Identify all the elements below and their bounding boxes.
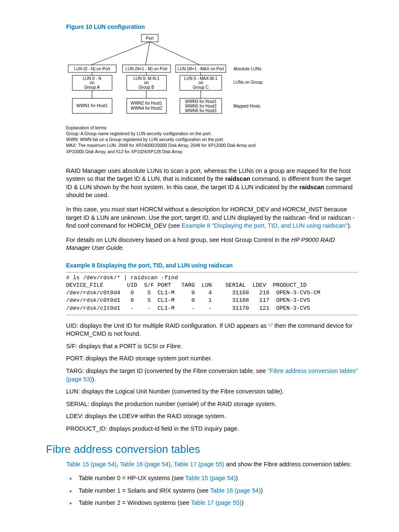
def-lun: LUN: displays the Logical Unit Number (c… bbox=[66, 388, 358, 396]
section-heading: Fibre address conversion tables bbox=[46, 442, 358, 457]
text: ) bbox=[261, 487, 263, 494]
text: . bbox=[123, 244, 124, 251]
svg-text:WWN6 for Host3: WWN6 for Host3 bbox=[185, 108, 216, 113]
paragraph: For details on LUN discovery based on a … bbox=[66, 236, 358, 252]
text: For details on LUN discovery based on a … bbox=[66, 236, 291, 243]
diagram-footnote: Explanation of terms: Group: A Group nam… bbox=[66, 125, 358, 154]
footnote-line: WWN: WWN list on a Group registered by L… bbox=[66, 137, 224, 142]
def-port: PORT: displays the RAID storage system p… bbox=[66, 355, 358, 363]
svg-text:on: on bbox=[90, 80, 94, 85]
list-item: Table number 2 = Windows systems (see Ta… bbox=[79, 499, 358, 507]
def-serial: SERIAL: displays the production number (… bbox=[66, 400, 358, 409]
table17-link[interactable]: Table 17 (page 55) bbox=[174, 461, 224, 468]
svg-text:LUNs on Group: LUNs on Group bbox=[233, 80, 263, 85]
text: ). bbox=[92, 376, 96, 383]
figure-caption: Figure 10 LUN configuration bbox=[66, 23, 358, 31]
text: Table number 0 = HP-UX systems (see bbox=[79, 475, 185, 481]
footnote-line: Group: A Group name registered by LUN se… bbox=[66, 131, 212, 136]
def-uid: UID: displays the Unit ID for multiple R… bbox=[66, 322, 358, 338]
svg-text:LUN (N+1 - M) on Port: LUN (N+1 - M) on Port bbox=[125, 67, 168, 71]
def-productid: PRODUCT_ID: displays product-id field in… bbox=[66, 425, 358, 433]
svg-text:WWN4 for Host2: WWN4 for Host2 bbox=[130, 106, 162, 111]
paragraph: In this case, you must start HORCM witho… bbox=[66, 206, 358, 230]
text: ). bbox=[348, 222, 351, 229]
bullet-list: Table number 0 = HP-UX systems (see Tabl… bbox=[66, 474, 358, 507]
lun-diagram: .bx { fill:#fff; stroke:#000; stroke-wid… bbox=[66, 33, 358, 121]
code-block: # ls /dev/rdsk/* | raidscan -find DEVICE… bbox=[66, 272, 358, 315]
example-caption: Example 8 Displaying the port, TID, and … bbox=[66, 262, 358, 270]
svg-text:LUN (M+1 - MAX on Port: LUN (M+1 - MAX on Port bbox=[177, 67, 224, 71]
text: and show the Fibre address conversion ta… bbox=[224, 461, 351, 468]
svg-text:on: on bbox=[144, 80, 148, 85]
svg-text:WWN3 for Host1: WWN3 for Host1 bbox=[185, 99, 216, 104]
svg-line-3 bbox=[146, 42, 150, 65]
footnote-line: XP10000 Disk Array, and 512 for XP1024/X… bbox=[66, 149, 183, 154]
svg-text:on: on bbox=[198, 80, 203, 85]
text: ) bbox=[241, 499, 243, 506]
svg-line-4 bbox=[150, 42, 200, 65]
svg-line-2 bbox=[91, 42, 150, 65]
table16-link[interactable]: Table 16 (page 54) bbox=[210, 487, 261, 494]
svg-text:Group C: Group C bbox=[193, 85, 209, 90]
svg-text:WWN2 for Host1: WWN2 for Host1 bbox=[130, 101, 162, 105]
svg-text:Port: Port bbox=[146, 36, 154, 41]
def-sf: S/F: displays that a PORT is SCSI or Fib… bbox=[66, 342, 358, 351]
text: Table number 2 = Windows systems (see bbox=[79, 499, 191, 506]
svg-text:Group A: Group A bbox=[84, 85, 100, 90]
text: TARG: displays the target ID (converted … bbox=[66, 368, 268, 374]
table15-link[interactable]: Table 15 (page 54) bbox=[66, 461, 117, 468]
bold-text: raidscan bbox=[225, 175, 250, 182]
text: ) bbox=[236, 475, 238, 481]
svg-text:WWN1 for Host1: WWN1 for Host1 bbox=[76, 103, 107, 108]
text: Table number 1 = Solaris and IRIX system… bbox=[79, 487, 210, 494]
svg-text:Absolute LUNs: Absolute LUNs bbox=[233, 67, 261, 71]
text: , bbox=[117, 461, 120, 468]
table15-link[interactable]: Table 15 (page 54) bbox=[185, 475, 236, 481]
definition-list: UID: displays the Unit ID for multiple R… bbox=[66, 322, 358, 433]
footnote-title: Explanation of terms: bbox=[66, 125, 107, 130]
svg-text:Mapped Hosts: Mapped Hosts bbox=[233, 104, 260, 108]
footnote-line: MAX: The maximum LUN. 2048 for XP24000/2… bbox=[66, 143, 256, 148]
list-item: Table number 0 = HP-UX systems (see Tabl… bbox=[79, 474, 358, 483]
svg-text:Group B: Group B bbox=[138, 85, 154, 90]
section-intro: Table 15 (page 54), Table 16 (page 54), … bbox=[66, 460, 358, 469]
bold-text: raidscan bbox=[299, 184, 325, 190]
list-item: Table number 1 = Solaris and IRIX system… bbox=[79, 487, 358, 495]
table16-link[interactable]: Table 16 (page 54) bbox=[120, 461, 171, 468]
paragraph: RAID Manager uses absolute LUNs to scan … bbox=[66, 167, 358, 200]
example-link[interactable]: Example 8 "Displaying the port, TID, and… bbox=[182, 222, 348, 229]
svg-text:LUN (0 - N) on Port: LUN (0 - N) on Port bbox=[74, 67, 110, 71]
def-targ: TARG: displays the target ID (converted … bbox=[66, 367, 358, 383]
table17-link[interactable]: Table 17 (page 55) bbox=[191, 499, 242, 506]
svg-text:WWN5 for Host2: WWN5 for Host2 bbox=[185, 104, 216, 108]
def-ldev: LDEV: displays the LDEV# within the RAID… bbox=[66, 412, 358, 421]
